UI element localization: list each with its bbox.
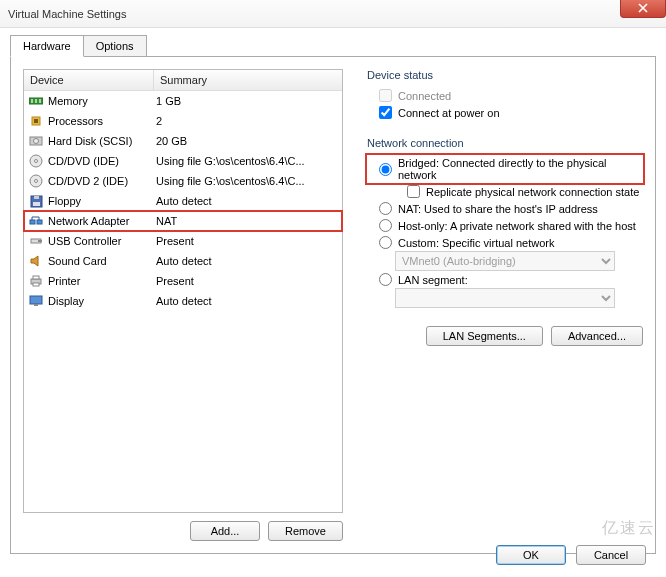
hostonly-radio-row[interactable]: Host-only: A private network shared with… bbox=[367, 217, 643, 234]
poweron-checkbox-row[interactable]: Connect at power on bbox=[367, 104, 643, 121]
svg-rect-23 bbox=[34, 304, 38, 306]
svg-point-9 bbox=[35, 160, 38, 163]
device-row-memory[interactable]: Memory 1 GB bbox=[24, 91, 342, 111]
poweron-label: Connect at power on bbox=[398, 107, 500, 119]
device-name: USB Controller bbox=[48, 235, 156, 247]
device-name: CD/DVD 2 (IDE) bbox=[48, 175, 156, 187]
device-name: Sound Card bbox=[48, 255, 156, 267]
network-connection-group: Network connection Bridged: Connected di… bbox=[367, 137, 643, 346]
svg-rect-22 bbox=[30, 296, 42, 304]
close-icon bbox=[638, 3, 648, 13]
header-summary: Summary bbox=[154, 70, 342, 90]
custom-label: Custom: Specific virtual network bbox=[398, 237, 555, 249]
nat-radio[interactable] bbox=[379, 202, 392, 215]
svg-rect-5 bbox=[34, 119, 38, 123]
bridged-radio-row[interactable]: Bridged: Connected directly to the physi… bbox=[367, 155, 643, 183]
add-button[interactable]: Add... bbox=[190, 521, 260, 541]
monitor-icon bbox=[28, 293, 44, 309]
device-row-printer[interactable]: Printer Present bbox=[24, 271, 342, 291]
svg-rect-21 bbox=[33, 283, 39, 286]
printer-icon bbox=[28, 273, 44, 289]
nat-label: NAT: Used to share the host's IP address bbox=[398, 203, 598, 215]
device-summary: 1 GB bbox=[156, 95, 338, 107]
device-row-network[interactable]: Network Adapter NAT bbox=[24, 211, 342, 231]
network-buttons: LAN Segments... Advanced... bbox=[367, 326, 643, 346]
device-summary: Present bbox=[156, 235, 338, 247]
device-row-display[interactable]: Display Auto detect bbox=[24, 291, 342, 311]
dialog-footer: OK Cancel bbox=[496, 545, 646, 565]
replicate-label: Replicate physical network connection st… bbox=[426, 186, 639, 198]
custom-select-wrap: VMnet0 (Auto-bridging) bbox=[395, 251, 643, 271]
lan-radio-row[interactable]: LAN segment: bbox=[367, 271, 643, 288]
lan-label: LAN segment: bbox=[398, 274, 468, 286]
poweron-checkbox[interactable] bbox=[379, 106, 392, 119]
device-row-cddvd2[interactable]: CD/DVD 2 (IDE) Using file G:\os\centos\6… bbox=[24, 171, 342, 191]
custom-radio[interactable] bbox=[379, 236, 392, 249]
group-title: Network connection bbox=[367, 137, 643, 149]
lan-select-wrap bbox=[395, 288, 643, 308]
main-panel: Device Summary Memory 1 GB Processors 2 … bbox=[10, 56, 656, 554]
device-row-processors[interactable]: Processors 2 bbox=[24, 111, 342, 131]
svg-point-7 bbox=[34, 139, 39, 144]
device-list: Device Summary Memory 1 GB Processors 2 … bbox=[23, 69, 343, 513]
device-name: Network Adapter bbox=[48, 215, 156, 227]
tab-options[interactable]: Options bbox=[83, 35, 147, 57]
device-name: Printer bbox=[48, 275, 156, 287]
connected-checkbox-row[interactable]: Connected bbox=[367, 87, 643, 104]
device-status-group: Device status Connected Connect at power… bbox=[367, 69, 643, 121]
tab-hardware[interactable]: Hardware bbox=[10, 35, 84, 57]
device-row-harddisk[interactable]: Hard Disk (SCSI) 20 GB bbox=[24, 131, 342, 151]
svg-rect-2 bbox=[35, 99, 37, 103]
hostonly-radio[interactable] bbox=[379, 219, 392, 232]
svg-point-11 bbox=[35, 180, 38, 183]
device-row-floppy[interactable]: Floppy Auto detect bbox=[24, 191, 342, 211]
device-name: Hard Disk (SCSI) bbox=[48, 135, 156, 147]
device-summary: Auto detect bbox=[156, 295, 338, 307]
bridged-radio[interactable] bbox=[379, 163, 392, 176]
network-icon bbox=[28, 213, 44, 229]
device-summary: Using file G:\os\centos\6.4\C... bbox=[156, 175, 338, 187]
connected-checkbox bbox=[379, 89, 392, 102]
speaker-icon bbox=[28, 253, 44, 269]
device-buttons: Add... Remove bbox=[23, 521, 343, 541]
floppy-icon bbox=[28, 193, 44, 209]
cpu-icon bbox=[28, 113, 44, 129]
device-name: Processors bbox=[48, 115, 156, 127]
window-title: Virtual Machine Settings bbox=[8, 8, 126, 20]
advanced-button[interactable]: Advanced... bbox=[551, 326, 643, 346]
nat-radio-row[interactable]: NAT: Used to share the host's IP address bbox=[367, 200, 643, 217]
vmnet-select: VMnet0 (Auto-bridging) bbox=[395, 251, 615, 271]
replicate-checkbox[interactable] bbox=[407, 185, 420, 198]
device-name: Memory bbox=[48, 95, 156, 107]
svg-rect-15 bbox=[30, 220, 35, 224]
close-button[interactable] bbox=[620, 0, 666, 18]
device-summary: Present bbox=[156, 275, 338, 287]
group-title: Device status bbox=[367, 69, 643, 81]
device-row-usb[interactable]: USB Controller Present bbox=[24, 231, 342, 251]
connected-label: Connected bbox=[398, 90, 451, 102]
device-row-cddvd[interactable]: CD/DVD (IDE) Using file G:\os\centos\6.4… bbox=[24, 151, 342, 171]
hdd-icon bbox=[28, 133, 44, 149]
device-list-header: Device Summary bbox=[24, 70, 342, 91]
custom-radio-row[interactable]: Custom: Specific virtual network bbox=[367, 234, 643, 251]
cancel-button[interactable]: Cancel bbox=[576, 545, 646, 565]
device-summary: NAT bbox=[156, 215, 338, 227]
lan-select bbox=[395, 288, 615, 308]
lan-radio[interactable] bbox=[379, 273, 392, 286]
titlebar: Virtual Machine Settings bbox=[0, 0, 666, 28]
svg-rect-1 bbox=[31, 99, 33, 103]
device-row-sound[interactable]: Sound Card Auto detect bbox=[24, 251, 342, 271]
svg-rect-16 bbox=[37, 220, 42, 224]
svg-rect-13 bbox=[33, 202, 40, 206]
svg-rect-14 bbox=[34, 196, 39, 199]
replicate-checkbox-row[interactable]: Replicate physical network connection st… bbox=[395, 183, 643, 200]
device-summary: Auto detect bbox=[156, 255, 338, 267]
device-summary: 2 bbox=[156, 115, 338, 127]
device-name: Floppy bbox=[48, 195, 156, 207]
left-column: Device Summary Memory 1 GB Processors 2 … bbox=[23, 69, 343, 541]
svg-rect-20 bbox=[33, 276, 39, 279]
ok-button[interactable]: OK bbox=[496, 545, 566, 565]
lan-segments-button[interactable]: LAN Segments... bbox=[426, 326, 543, 346]
header-device: Device bbox=[24, 70, 154, 90]
remove-button[interactable]: Remove bbox=[268, 521, 343, 541]
